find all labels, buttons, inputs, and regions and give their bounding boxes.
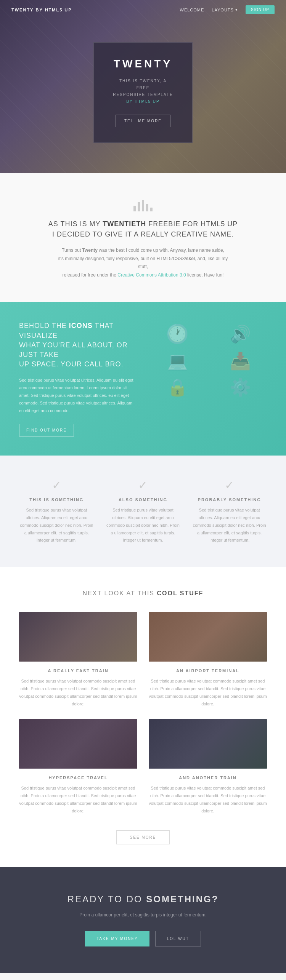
cool-item-4: AND ANOTHER TRAIN Sed tristique purus vi…	[149, 719, 267, 815]
cool-item-title-2: AN AIRPORT TERMINAL	[149, 668, 267, 673]
check-icon-3: ✓	[192, 478, 267, 492]
teal-heading: BEHOLD THE ICONS THAT VISUALIZE WHAT YOU…	[19, 321, 135, 369]
logo-sub: BY HTML5 UP	[36, 8, 72, 12]
cc-link[interactable]: Creative Commons Attribution 3.0	[117, 272, 186, 278]
cool-item-title-1: A REALLY FAST TRAIN	[19, 668, 137, 673]
hero-title: TWENTY	[113, 58, 173, 70]
cool-image-airport	[149, 612, 267, 662]
col-2: ✓ ALSO SOMETHING Sed tristique purus vit…	[106, 478, 181, 544]
hero-subtitle: THIS IS TWENTY, A FREE RESPONSIVE TEMPLA…	[113, 78, 173, 105]
cool-section: NEXT LOOK AT THIS COOL STUFF A REALLY FA…	[0, 567, 286, 867]
hero-section: TWENTY THIS IS TWENTY, A FREE RESPONSIVE…	[0, 19, 286, 173]
teal-section: BEHOLD THE ICONS THAT VISUALIZE WHAT YOU…	[0, 302, 286, 456]
header: TWENTY BY HTML5 UP WELCOME LAYOUTS ▾ SIG…	[0, 0, 286, 173]
footer: t f g+ p in © Untitled · Design: Design:…	[0, 973, 286, 980]
col-3-text: Sed tristique purus vitae volutpat ultri…	[192, 507, 267, 544]
cool-item-text-1: Sed tristique purus vitae volutpat commo…	[19, 678, 137, 708]
cool-item-3: HYPERSPACE TRAVEL Sed tristique purus vi…	[19, 719, 137, 815]
signup-button[interactable]: SIGN UP	[246, 5, 275, 14]
col-1-title: THIS IS SOMETHING	[19, 497, 94, 502]
nav-welcome[interactable]: WELCOME	[180, 8, 204, 12]
intro-section: AS THIS IS MY TWENTIETH FREEBIE FOR HTML…	[0, 173, 286, 302]
teal-cta-button[interactable]: FIND OUT MORE	[19, 424, 74, 436]
see-more-wrap: SEE MORE	[19, 830, 267, 844]
cta-primary-button[interactable]: TAKE MY MONEY	[85, 931, 149, 946]
see-more-button[interactable]: SEE MORE	[116, 830, 170, 844]
lock-icon: 🔒	[167, 379, 188, 396]
cta-buttons: TAKE MY MONEY LOL WUT	[31, 931, 255, 946]
cool-image-train1	[19, 612, 137, 662]
intro-heading: AS THIS IS MY TWENTIETH FREEBIE FOR HTML…	[31, 219, 255, 240]
cool-item-text-3: Sed tristique purus vitae volutpat commo…	[19, 785, 137, 815]
cta-secondary-button[interactable]: LOL WUT	[155, 931, 201, 946]
chevron-down-icon: ▾	[235, 7, 238, 12]
cta-section: READY TO DO SOMETHING? Proin a ullamcor …	[0, 867, 286, 973]
three-cols-section: ✓ THIS IS SOMETHING Sed tristique purus …	[0, 456, 286, 567]
cool-grid: A REALLY FAST TRAIN Sed tristique purus …	[19, 612, 267, 815]
laptop-icon: 💻	[167, 353, 188, 369]
cool-image-hyperspace	[19, 719, 137, 769]
col-1-text: Sed tristique purus vitae volutpat ultri…	[19, 507, 94, 544]
navigation: TWENTY BY HTML5 UP WELCOME LAYOUTS ▾ SIG…	[0, 0, 286, 19]
teal-icons-grid: 🕐 🔊 💻 📥 🔒 ⚙️	[151, 321, 267, 396]
cool-item-2: AN AIRPORT TERMINAL Sed tristique purus …	[149, 612, 267, 708]
cta-text: Proin a ullamcor per elit, et sagittis t…	[31, 912, 255, 918]
col-3-title: PROBABLY SOMETHING	[192, 497, 267, 502]
cool-item-text-2: Sed tristique purus vitae volutpat commo…	[149, 678, 267, 708]
clock-icon: 🕐	[166, 325, 189, 343]
col-1: ✓ THIS IS SOMETHING Sed tristique purus …	[19, 478, 94, 544]
gear-icon: ⚙️	[230, 379, 251, 396]
cool-item-title-4: AND ANOTHER TRAIN	[149, 775, 267, 780]
check-icon-1: ✓	[19, 478, 94, 492]
col-2-text: Sed tristique purus vitae volutpat ultri…	[106, 507, 181, 544]
col-3: ✓ PROBABLY SOMETHING Sed tristique purus…	[192, 478, 267, 544]
cta-heading: READY TO DO SOMETHING?	[31, 894, 255, 905]
cool-item-text-4: Sed tristique purus vitae volutpat commo…	[149, 785, 267, 815]
nav-layouts[interactable]: LAYOUTS ▾	[212, 7, 238, 12]
cool-image-train2	[149, 719, 267, 769]
bar-chart-icon	[133, 196, 153, 211]
hero-cta-button[interactable]: TELL ME MORE	[116, 115, 170, 127]
teal-text: Sed tristique purus vitae volutpat ultri…	[19, 377, 135, 414]
cool-item-title-3: HYPERSPACE TRAVEL	[19, 775, 137, 780]
nav-links: WELCOME LAYOUTS ▾ SIGN UP	[180, 5, 275, 14]
teal-content: BEHOLD THE ICONS THAT VISUALIZE WHAT YOU…	[19, 321, 135, 436]
logo: TWENTY BY HTML5 UP	[11, 8, 72, 12]
speaker-icon: 🔊	[230, 326, 251, 342]
intro-text: Turns out Twenty was the best I could co…	[55, 246, 231, 279]
logo-name: TWENTY	[11, 8, 34, 12]
check-icon-2: ✓	[106, 478, 181, 492]
cool-heading: NEXT LOOK AT THIS COOL STUFF	[19, 590, 267, 597]
hero-box: TWENTY THIS IS TWENTY, A FREE RESPONSIVE…	[93, 42, 193, 143]
cool-item-1: A REALLY FAST TRAIN Sed tristique purus …	[19, 612, 137, 708]
inbox-icon: 📥	[230, 353, 251, 369]
col-2-title: ALSO SOMETHING	[106, 497, 181, 502]
